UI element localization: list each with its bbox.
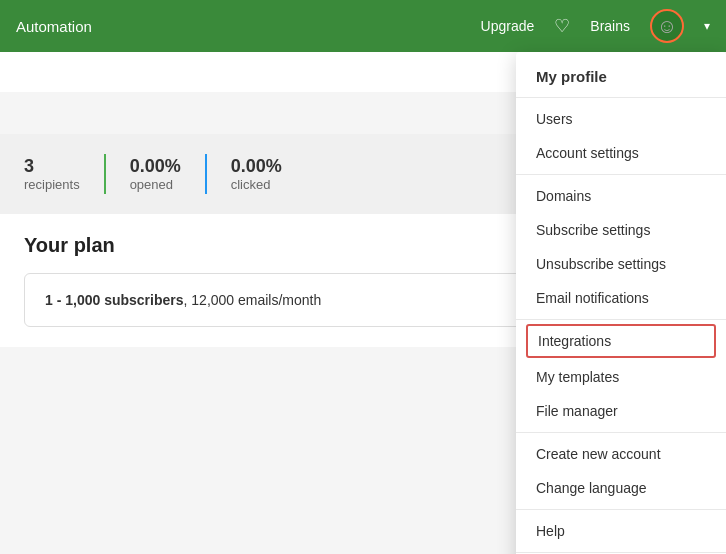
dropdown-domains[interactable]: Domains — [516, 179, 726, 213]
dropdown-email-notifications[interactable]: Email notifications — [516, 281, 726, 315]
divider-2 — [516, 174, 726, 175]
header-actions: Upgrade ♡ Brains ☺ ▾ — [481, 9, 710, 43]
upgrade-link[interactable]: Upgrade — [481, 18, 535, 34]
opened-stat: 0.00% opened — [130, 156, 205, 192]
dropdown-my-profile[interactable]: My profile — [516, 58, 726, 93]
favorites-icon[interactable]: ♡ — [554, 15, 570, 37]
opened-label: opened — [130, 177, 181, 192]
divider-5 — [516, 509, 726, 510]
account-name: Brains — [590, 18, 630, 34]
dropdown-help[interactable]: Help — [516, 514, 726, 548]
dropdown-account-settings[interactable]: Account settings — [516, 136, 726, 170]
recipients-stat: 3 recipients — [24, 156, 104, 192]
divider-4 — [516, 432, 726, 433]
app-logo: Automation — [16, 18, 92, 35]
divider-3 — [516, 319, 726, 320]
plan-extra-text: , 12,000 emails/month — [184, 292, 322, 308]
divider-6 — [516, 552, 726, 553]
dropdown-integrations[interactable]: Integrations — [526, 324, 716, 358]
chevron-down-icon[interactable]: ▾ — [704, 19, 710, 33]
dropdown-my-templates[interactable]: My templates — [516, 360, 726, 394]
plan-bold-text: 1 - 1,000 subscribers — [45, 292, 184, 308]
recipients-label: recipients — [24, 177, 80, 192]
stat-divider-2 — [205, 154, 207, 194]
dropdown-file-manager[interactable]: File manager — [516, 394, 726, 428]
clicked-value: 0.00% — [231, 156, 282, 177]
avatar-button[interactable]: ☺ — [650, 9, 684, 43]
dropdown-change-language[interactable]: Change language — [516, 471, 726, 505]
divider-1 — [516, 97, 726, 98]
dropdown-create-new-account[interactable]: Create new account — [516, 437, 726, 471]
clicked-label: clicked — [231, 177, 282, 192]
dropdown-subscribe-settings[interactable]: Subscribe settings — [516, 213, 726, 247]
opened-value: 0.00% — [130, 156, 181, 177]
plan-card-content: 1 - 1,000 subscribers, 12,000 emails/mon… — [45, 292, 321, 308]
recipients-value: 3 — [24, 156, 80, 177]
dropdown-unsubscribe-settings[interactable]: Unsubscribe settings — [516, 247, 726, 281]
dropdown-menu: My profile Users Account settings Domain… — [516, 52, 726, 554]
stat-divider-1 — [104, 154, 106, 194]
dropdown-users[interactable]: Users — [516, 102, 726, 136]
avatar-icon: ☺ — [657, 15, 677, 38]
header: Automation Upgrade ♡ Brains ☺ ▾ — [0, 0, 726, 52]
clicked-stat: 0.00% clicked — [231, 156, 306, 192]
